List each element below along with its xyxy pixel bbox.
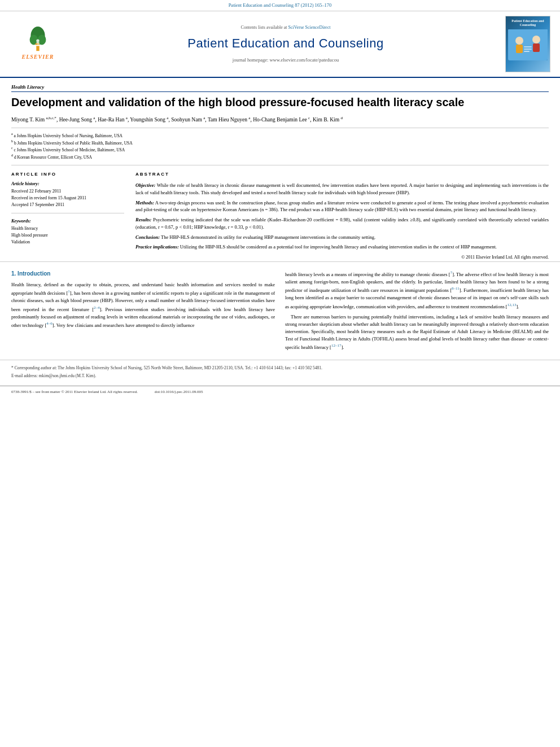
authors-line: Miyong T. Kim a,b,c,*, Hee-Jung Song a, … (11, 115, 549, 124)
conclusion-text: The HBP-HLS demonstrated its utility for… (161, 234, 375, 240)
keyword-2: High blood pressure (11, 232, 124, 239)
results-text: Psychometric testing indicated that the … (135, 217, 549, 230)
received-date: Received 22 February 2011 (11, 188, 124, 195)
article-body: 1. Introduction Health literacy, defined… (0, 261, 560, 360)
journal-top-bar: Patient Education and Counseling 87 (201… (0, 0, 560, 11)
thumb-image-svg (508, 29, 548, 60)
affiliation-b: b b Johns Hopkins University School of P… (11, 139, 549, 146)
issn-text: 0738-3991/$ – see front matter © 2011 El… (11, 390, 138, 395)
footnotes-section: * Corresponding author at: The Johns Hop… (0, 360, 560, 385)
svg-rect-8 (508, 29, 548, 60)
keywords-list: Health literacy High blood pressure Vali… (11, 225, 124, 246)
email-note: E-mail address: mkim@son.jhmi.edu (M.T. … (11, 373, 549, 379)
page: Patient Education and Counseling 87 (201… (0, 0, 560, 747)
svg-rect-7 (37, 43, 40, 45)
article-info-title: ARTICLE INFO (11, 171, 124, 177)
thumb-journal-title: Patient Education and Counseling (508, 19, 548, 27)
affiliation-d: d d Korean Resource Center, Ellicott Cit… (11, 153, 549, 160)
objective-label: Objective: (135, 182, 155, 188)
header-center: Contents lists available at SciVerse Sci… (75, 16, 497, 72)
svg-rect-14 (524, 49, 532, 50)
journal-citation: Patient Education and Counseling 87 (201… (229, 2, 332, 8)
sciverse-link[interactable]: SciVerse ScienceDirect (288, 25, 331, 30)
abstract-methods: Methods: A two-step design process was u… (135, 199, 549, 214)
practice-text: Utilizing the HBP-HLS should be consider… (180, 244, 497, 250)
abstract-copyright: © 2011 Elsevier Ireland Ltd. All rights … (135, 254, 549, 260)
journal-homepage: journal homepage: www.elsevier.com/locat… (233, 57, 339, 64)
conclusion-label: Conclusion: (135, 234, 160, 240)
svg-rect-10 (516, 45, 523, 53)
accepted-date: Accepted 17 September 2011 (11, 202, 124, 208)
journal-title: Patient Education and Counseling (187, 35, 383, 53)
abstract-conclusion: Conclusion: The HBP-HLS demonstrated its… (135, 234, 549, 241)
affiliations: a a Johns Hopkins University School of N… (11, 128, 549, 160)
doi-text: doi:10.1016/j.pec.2011.09.005 (155, 390, 203, 395)
sciverse-line: Contents lists available at SciVerse Sci… (241, 24, 331, 30)
abstract-results: Results: Psychometric testing indicated … (135, 216, 549, 231)
intro-para-1: Health literacy, defined as the capacity… (11, 281, 275, 329)
abstract-title: ABSTRACT (135, 171, 549, 177)
thumb-image (508, 29, 548, 60)
svg-point-11 (532, 36, 540, 43)
section-tag: Health Literacy (11, 84, 549, 93)
abstract-objective: Objective: While the role of health lite… (135, 182, 549, 196)
methods-label: Methods: (135, 200, 154, 206)
svg-rect-15 (524, 51, 530, 52)
intro-para-3: There are numerous barriers to pursuing … (285, 313, 549, 352)
practice-label: Practice implications: (135, 244, 179, 250)
abstract-col: ABSTRACT Objective: While the role of he… (135, 171, 549, 260)
objective-text: While the role of health literacy in chr… (135, 182, 549, 195)
revised-date: Received in revised form 15 August 2011 (11, 195, 124, 202)
intro-para-2: health literacy levels as a means of imp… (285, 270, 549, 310)
article-header-section: Health Literacy Development and validati… (0, 78, 560, 260)
elsevier-tree-icon (21, 27, 55, 52)
keywords-label: Keywords: (11, 218, 124, 224)
keyword-3: Validation (11, 239, 124, 246)
svg-rect-12 (533, 43, 540, 52)
article-title: Development and validation of the high b… (11, 95, 549, 110)
body-left-col: 1. Introduction Health literacy, defined… (11, 270, 275, 354)
svg-rect-0 (36, 46, 39, 51)
svg-point-9 (515, 37, 523, 45)
elsevier-wordmark: ELSEVIER (22, 53, 54, 61)
affiliation-c: c c Johns Hopkins University School of M… (11, 146, 549, 153)
abstract-practice: Practice implications: Utilizing the HBP… (135, 243, 549, 251)
results-label: Results: (135, 217, 151, 222)
article-info-abstract-section: ARTICLE INFO Article history: Received 2… (11, 165, 549, 260)
header-section: ELSEVIER Contents lists available at Sci… (0, 11, 560, 78)
svg-rect-6 (36, 43, 38, 45)
corresponding-author-note: * Corresponding author at: The Johns Hop… (11, 365, 549, 371)
journal-thumbnail-area: Patient Education and Counseling (502, 16, 553, 72)
history-label: Article history: (11, 181, 124, 187)
journal-thumbnail: Patient Education and Counseling (505, 16, 550, 72)
affiliation-a: a a Johns Hopkins University School of N… (11, 132, 549, 139)
keyword-1: Health literacy (11, 225, 124, 232)
body-right-col: health literacy levels as a means of imp… (285, 270, 549, 354)
svg-point-4 (36, 40, 39, 42)
article-info-col: ARTICLE INFO Article history: Received 2… (11, 171, 124, 260)
footer-bar: 0738-3991/$ – see front matter © 2011 El… (0, 386, 560, 399)
methods-text: A two-step design process was used; In t… (135, 200, 549, 213)
intro-heading: 1. Introduction (11, 270, 275, 278)
svg-rect-13 (524, 46, 532, 47)
publisher-logo-area: ELSEVIER (7, 16, 69, 72)
